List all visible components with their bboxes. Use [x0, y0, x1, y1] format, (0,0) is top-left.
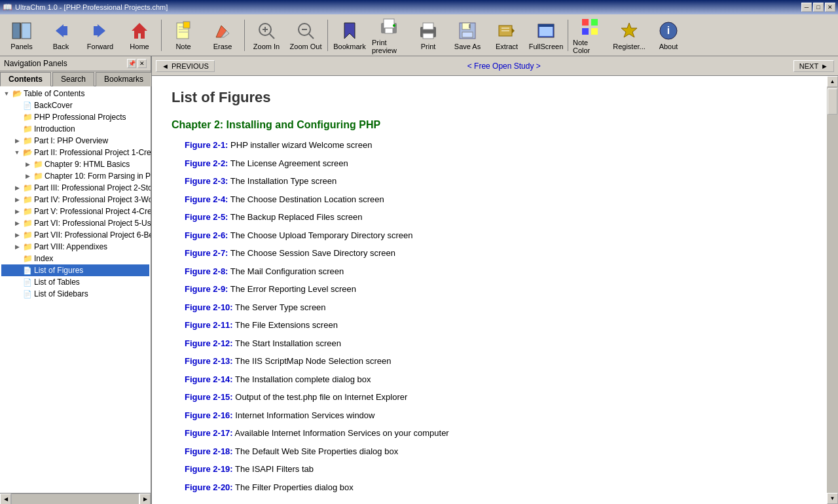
- content-right: List of Figures Chapter 2: Installing an…: [152, 76, 838, 504]
- panel-float-button[interactable]: 📌: [127, 59, 136, 68]
- figure-item: Figure 2-3: The Installation Type screen: [172, 175, 807, 188]
- tree-item-part3[interactable]: ▶ 📁 Part III: Professional Project 2-Sto…: [1, 182, 149, 194]
- save-as-button[interactable]: Save As: [448, 17, 486, 54]
- tree-item-list-figures[interactable]: 📄 List of Figures: [1, 264, 149, 276]
- next-button[interactable]: NEXT ►: [793, 60, 834, 72]
- erase-button[interactable]: Erase: [204, 17, 242, 54]
- figure-link[interactable]: Figure 2-3:: [185, 176, 228, 186]
- tree-container[interactable]: ▼ 📂 Table of Contents 📄 BackCover 📁 PHP …: [0, 86, 151, 493]
- tree-item-part2[interactable]: ▼ 📂 Part II: Professional Project 1-Crea…: [1, 147, 149, 158]
- tree-item-toc[interactable]: ▼ 📂 Table of Contents: [1, 88, 149, 99]
- sep3: [327, 20, 328, 51]
- chapter-heading: Chapter 2: Installing and Configuring PH…: [172, 119, 807, 131]
- panels-button[interactable]: Panels: [3, 17, 41, 54]
- figure-link[interactable]: Figure 2-17:: [185, 428, 233, 438]
- forward-label: Forward: [87, 43, 113, 50]
- zoom-out-button[interactable]: Zoom Out: [287, 17, 325, 54]
- figure-link[interactable]: Figure 2-12:: [185, 338, 233, 348]
- bookmark-button[interactable]: Bookmark: [331, 17, 369, 54]
- figure-link[interactable]: Figure 2-10:: [185, 302, 233, 312]
- print-preview-button[interactable]: Print preview: [370, 17, 408, 54]
- home-button[interactable]: Home: [120, 17, 158, 54]
- tree-item-part6[interactable]: ▶ 📁 Part VI: Professional Project 5-User…: [1, 217, 149, 229]
- figure-link[interactable]: Figure 2-4:: [185, 194, 228, 204]
- tree-item-phpproj[interactable]: 📁 PHP Professional Projects: [1, 111, 149, 123]
- figure-link[interactable]: Figure 2-5:: [185, 212, 228, 222]
- scroll-down-btn[interactable]: ▼: [827, 493, 838, 504]
- scroll-right-btn[interactable]: ▶: [139, 494, 151, 505]
- content-frame[interactable]: List of Figures Chapter 2: Installing an…: [152, 76, 827, 504]
- figure-link[interactable]: Figure 2-8:: [185, 266, 228, 276]
- scroll-track[interactable]: [827, 87, 838, 493]
- tab-bookmarks[interactable]: Bookmarks: [96, 72, 152, 86]
- figure-link[interactable]: Figure 2-15:: [185, 392, 233, 402]
- figure-link[interactable]: Figure 2-18:: [185, 446, 233, 456]
- close-button[interactable]: ✕: [825, 3, 835, 12]
- zoom-out-label: Zoom Out: [290, 43, 322, 50]
- part1-label: Part I: PHP Overview: [34, 136, 108, 145]
- prev-button[interactable]: ◄ PREVIOUS: [156, 60, 215, 72]
- tree-item-part4[interactable]: ▶ 📁 Part IV: Professional Project 3-Work…: [1, 194, 149, 206]
- maximize-button[interactable]: □: [813, 3, 824, 12]
- figure-item: Figure 2-19: The ISAPI Filters tab: [172, 463, 807, 476]
- figure-link[interactable]: Figure 2-1:: [185, 140, 228, 150]
- title-bar: 📖 UltraChm 1.0 - [PHP Professional Proje…: [0, 0, 838, 14]
- extract-button[interactable]: Extract: [488, 17, 526, 54]
- tab-search[interactable]: Search: [52, 72, 94, 86]
- figure-desc: PHP installer wizard Welcome screen: [230, 140, 372, 150]
- tree-item-index[interactable]: 📁 Index: [1, 253, 149, 264]
- tree-scrollbar-bottom: ◀ ▶: [0, 493, 151, 504]
- back-button[interactable]: Back: [42, 17, 80, 54]
- panel-close-button[interactable]: ✕: [137, 59, 147, 68]
- tree-item-part8[interactable]: ▶ 📁 Part VIII: Appendixes: [1, 241, 149, 253]
- h-scrollbar-track[interactable]: [11, 494, 139, 505]
- figure-link[interactable]: Figure 2-14:: [185, 374, 233, 384]
- figure-link[interactable]: Figure 2-20:: [185, 482, 233, 492]
- tree-item-part1[interactable]: ▶ 📁 Part I: PHP Overview: [1, 135, 149, 147]
- figure-link[interactable]: Figure 2-13:: [185, 356, 233, 366]
- nav-center-link[interactable]: < Free Open Study >: [467, 62, 541, 71]
- tree-item-list-sidebars[interactable]: 📄 List of Sidebars: [1, 288, 149, 300]
- tab-contents[interactable]: Contents: [0, 72, 51, 86]
- tree-item-backcover[interactable]: 📄 BackCover: [1, 99, 149, 111]
- figure-link[interactable]: Figure 2-6:: [185, 230, 228, 240]
- about-button[interactable]: i About: [649, 17, 687, 54]
- figure-desc: Internet Information Services window: [235, 410, 374, 420]
- tree-item-intro[interactable]: 📁 Introduction: [1, 123, 149, 135]
- figure-link[interactable]: Figure 2-19:: [185, 464, 233, 474]
- zoom-in-button[interactable]: Zoom In: [247, 17, 285, 54]
- page-title: List of Figures: [172, 89, 807, 106]
- figure-desc: The Installation complete dialog box: [235, 374, 371, 384]
- figure-item: Figure 2-5: The Backup Replaced Files sc…: [172, 211, 807, 224]
- chapter-link[interactable]: Chapter 2: Installing and Configuring PH…: [172, 119, 380, 130]
- scroll-thumb[interactable]: [828, 88, 837, 115]
- figure-link[interactable]: Figure 2-2:: [185, 158, 228, 168]
- note-label: Note: [175, 43, 191, 50]
- tree-item-part7[interactable]: ▶ 📁 Part VII: Professional Project 6-Bey…: [1, 229, 149, 241]
- note-color-button[interactable]: Note Color: [571, 17, 609, 54]
- figure-link[interactable]: Figure 2-9:: [185, 284, 228, 294]
- figure-item: Figure 2-12: The Start Installation scre…: [172, 337, 807, 350]
- backcover-expander: [12, 100, 22, 111]
- scroll-left-btn[interactable]: ◀: [0, 494, 11, 505]
- next-label: NEXT: [799, 62, 818, 70]
- svg-marker-7: [132, 23, 147, 39]
- tree-item-list-tables[interactable]: 📄 List of Tables: [1, 276, 149, 288]
- minimize-button[interactable]: ─: [801, 3, 812, 12]
- figure-link[interactable]: Figure 2-11:: [185, 320, 233, 330]
- tree-item-part5[interactable]: ▶ 📁 Part V: Professional Project 4-Creat…: [1, 206, 149, 217]
- note-button[interactable]: Note: [164, 17, 202, 54]
- tree-item-ch9[interactable]: ▶ 📁 Chapter 9: HTML Basics: [1, 158, 149, 170]
- figure-link[interactable]: Figure 2-16:: [185, 410, 233, 420]
- figure-item: Figure 2-15: Output of the test.php file…: [172, 391, 807, 404]
- figure-link[interactable]: Figure 2-7:: [185, 248, 228, 258]
- scroll-up-btn[interactable]: ▲: [827, 76, 838, 87]
- tree-item-ch10[interactable]: ▶ 📁 Chapter 10: Form Parsing in PHP: [1, 170, 149, 182]
- register-button[interactable]: Register...: [610, 17, 648, 54]
- ch10-icon: 📁: [33, 171, 43, 181]
- forward-button[interactable]: Forward: [81, 17, 119, 54]
- home-icon: [129, 20, 150, 41]
- app-icon: 📖: [3, 3, 12, 12]
- fullscreen-button[interactable]: FullScreen: [527, 17, 565, 54]
- print-button[interactable]: Print: [409, 17, 447, 54]
